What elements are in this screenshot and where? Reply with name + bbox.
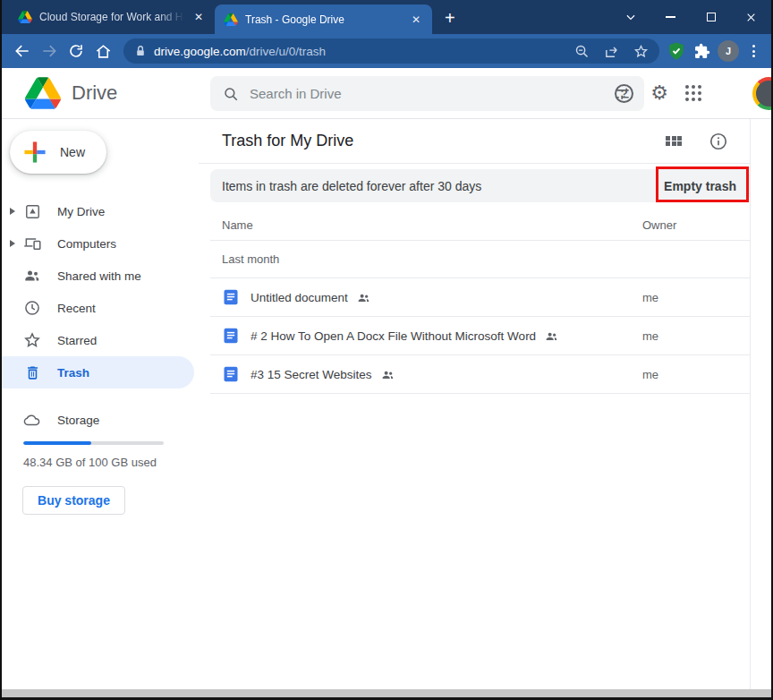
bookmark-star-icon[interactable] <box>633 44 649 59</box>
back-icon[interactable] <box>9 38 36 64</box>
google-docs-icon <box>222 288 240 306</box>
owner-column-header[interactable]: Owner <box>642 218 676 232</box>
sidebar-item-label: Starred <box>57 334 97 347</box>
sidebar-item-starred[interactable]: Starred <box>2 324 199 356</box>
account-avatar[interactable] <box>752 77 771 110</box>
browser-menu-icon[interactable] <box>745 45 762 57</box>
tab-close-icon[interactable]: ✕ <box>409 13 423 27</box>
sidebar-item-computers[interactable]: Computers <box>2 227 199 260</box>
new-tab-button[interactable]: + <box>445 9 455 27</box>
drive-header: Drive ? ⚙ <box>2 68 771 119</box>
url-text: drive.google.com/drive/u/0/trash <box>154 45 326 58</box>
security-shield-icon[interactable] <box>667 41 686 61</box>
file-name: Untitled document <box>251 291 348 304</box>
table-row[interactable]: # 2 How To Open A Docx File Without Micr… <box>210 317 750 355</box>
sidebar-item-label: Trash <box>57 366 89 380</box>
minimize-button[interactable] <box>650 0 691 34</box>
drive-favicon <box>18 11 32 23</box>
banner-message: Items in trash are deleted forever after… <box>222 179 481 193</box>
app-body: New My Drive Computers <box>2 119 771 689</box>
shared-with-me-icon <box>23 267 41 285</box>
storage-cloud-icon <box>23 411 41 429</box>
tab-bar: Cloud Storage for Work and Hom ✕ Trash -… <box>2 0 771 34</box>
grid-view-icon[interactable] <box>666 136 682 147</box>
table-row[interactable]: #3 15 Secret Websites me <box>210 355 750 394</box>
window-controls <box>610 0 771 34</box>
file-owner: me <box>642 329 658 343</box>
drive-logo-icon <box>25 77 61 109</box>
sidebar-item-my-drive[interactable]: My Drive <box>2 195 199 227</box>
browser-toolbar: drive.google.com/drive/u/0/trash J <box>2 34 771 68</box>
google-docs-icon <box>222 365 240 383</box>
file-list: Name Owner Last month Untitled document … <box>210 209 750 394</box>
reload-icon[interactable] <box>63 38 89 64</box>
maximize-button[interactable] <box>691 0 731 34</box>
settings-gear-icon[interactable]: ⚙ <box>650 83 668 103</box>
tab-search-chevron-icon[interactable] <box>610 0 650 34</box>
sidebar-item-label: Storage <box>57 414 99 427</box>
sidebar-item-recent[interactable]: Recent <box>2 292 199 324</box>
storage-progress-bar <box>23 441 164 445</box>
zoom-icon[interactable] <box>574 44 590 59</box>
buy-storage-button[interactable]: Buy storage <box>22 486 125 515</box>
home-icon[interactable] <box>89 38 116 64</box>
tab-trash-google-drive[interactable]: Trash - Google Drive ✕ <box>215 4 432 34</box>
storage-section: Storage 48.34 GB of 100 GB used Buy stor… <box>2 404 199 515</box>
file-name: #3 15 Secret Websites <box>251 368 372 381</box>
empty-trash-button[interactable]: Empty trash <box>664 179 736 193</box>
browser-window: Cloud Storage for Work and Hom ✕ Trash -… <box>0 0 773 700</box>
drive-logo[interactable]: Drive <box>2 77 117 109</box>
google-docs-icon <box>222 327 240 345</box>
close-window-button[interactable] <box>731 0 771 34</box>
url-domain: drive.google.com <box>154 45 246 58</box>
my-drive-icon <box>23 202 41 220</box>
browser-profile-avatar[interactable]: J <box>718 40 739 62</box>
page-title: Trash for My Drive <box>222 132 353 150</box>
plus-icon <box>23 141 47 164</box>
extensions-puzzle-icon[interactable] <box>692 42 711 61</box>
drive-header-icons: ? ⚙ <box>615 83 701 103</box>
forward-icon[interactable] <box>36 38 63 64</box>
trash-banner-container: Items in trash are deleted forever after… <box>210 169 750 202</box>
sidebar-item-storage[interactable]: Storage <box>2 404 199 436</box>
sidebar-item-shared-with-me[interactable]: Shared with me <box>2 260 199 292</box>
new-button[interactable]: New <box>10 131 106 174</box>
table-row[interactable]: Untitled document me <box>210 278 750 317</box>
window-bottom-edge <box>2 689 771 697</box>
trash-banner: Items in trash are deleted forever after… <box>210 169 750 202</box>
help-icon[interactable]: ? <box>615 84 633 103</box>
file-name: # 2 How To Open A Docx File Without Micr… <box>251 329 536 343</box>
tab-cloud-storage[interactable]: Cloud Storage for Work and Hom ✕ <box>9 0 215 34</box>
search-input[interactable] <box>250 86 614 101</box>
info-icon[interactable] <box>709 132 728 151</box>
storage-progress-fill <box>23 441 91 445</box>
sidebar: New My Drive Computers <box>2 119 199 689</box>
page-title-row: Trash for My Drive <box>199 119 750 164</box>
starred-icon <box>23 331 41 349</box>
share-icon[interactable] <box>604 44 619 59</box>
scrollbar-gutter[interactable] <box>751 119 771 689</box>
storage-usage-text: 48.34 GB of 100 GB used <box>23 456 199 469</box>
file-owner: me <box>642 291 658 304</box>
file-owner: me <box>642 368 658 381</box>
new-button-label: New <box>60 145 85 159</box>
sidebar-item-trash[interactable]: Trash <box>2 356 194 388</box>
sidebar-item-label: Recent <box>57 302 96 315</box>
expand-caret-icon[interactable] <box>2 240 23 247</box>
trash-icon <box>23 363 41 381</box>
shared-people-icon <box>381 368 395 381</box>
product-name: Drive <box>72 81 117 105</box>
group-label-row: Last month <box>210 241 750 278</box>
address-bar[interactable]: drive.google.com/drive/u/0/trash <box>123 38 659 64</box>
recent-clock-icon <box>23 299 41 317</box>
name-column-header[interactable]: Name <box>222 218 642 232</box>
expand-caret-icon[interactable] <box>2 208 23 215</box>
sidebar-item-label: Computers <box>57 237 116 251</box>
search-icon <box>223 86 239 102</box>
url-path: /drive/u/0/trash <box>246 45 326 58</box>
search-bar[interactable] <box>210 76 644 111</box>
google-apps-icon[interactable] <box>685 85 701 101</box>
tab-close-icon[interactable]: ✕ <box>191 10 206 24</box>
toolbar-right: J <box>667 40 764 62</box>
list-header-row: Name Owner <box>210 209 750 241</box>
